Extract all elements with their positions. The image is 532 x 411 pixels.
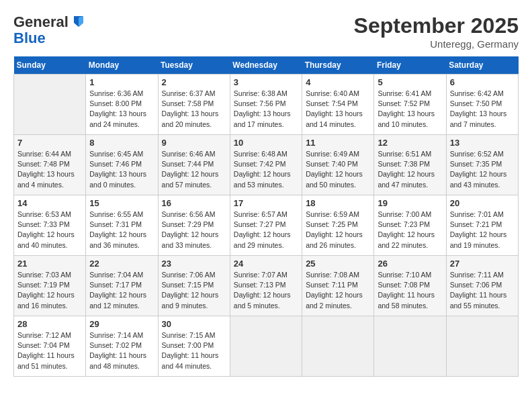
calendar-cell: 10Sunrise: 6:48 AMSunset: 7:42 PMDayligh…: [230, 135, 302, 195]
calendar-cell: [302, 316, 374, 377]
day-info: Sunrise: 6:46 AMSunset: 7:44 PMDaylight:…: [162, 149, 226, 190]
day-info: Sunrise: 6:59 AMSunset: 7:25 PMDaylight:…: [306, 210, 370, 250]
day-info: Sunrise: 7:10 AMSunset: 7:08 PMDaylight:…: [378, 270, 442, 311]
day-number: 28: [17, 319, 82, 329]
day-number: 3: [234, 77, 298, 87]
day-info: Sunrise: 7:07 AMSunset: 7:13 PMDaylight:…: [234, 270, 298, 311]
day-number: 5: [378, 77, 442, 87]
day-number: 26: [378, 259, 442, 269]
weekday-header-monday: Monday: [86, 56, 158, 75]
calendar-cell: 17Sunrise: 6:57 AMSunset: 7:27 PMDayligh…: [230, 195, 302, 256]
calendar-cell: 21Sunrise: 7:03 AMSunset: 7:19 PMDayligh…: [14, 256, 86, 316]
calendar-cell: 3Sunrise: 6:38 AMSunset: 7:56 PMDaylight…: [230, 75, 302, 135]
week-row-2: 7Sunrise: 6:44 AMSunset: 7:48 PMDaylight…: [14, 135, 519, 195]
day-info: Sunrise: 6:55 AMSunset: 7:31 PMDaylight:…: [89, 210, 154, 250]
logo-arrow-icon: [73, 15, 85, 30]
day-info: Sunrise: 6:49 AMSunset: 7:40 PMDaylight:…: [306, 149, 370, 190]
day-number: 24: [234, 259, 298, 269]
calendar-cell: 29Sunrise: 7:14 AMSunset: 7:02 PMDayligh…: [86, 316, 158, 377]
calendar-cell: 28Sunrise: 7:12 AMSunset: 7:04 PMDayligh…: [14, 316, 86, 377]
calendar-cell: 14Sunrise: 6:53 AMSunset: 7:33 PMDayligh…: [14, 195, 86, 256]
calendar-cell: 2Sunrise: 6:37 AMSunset: 7:58 PMDaylight…: [158, 75, 230, 135]
day-number: 7: [17, 138, 82, 148]
day-number: 18: [306, 198, 370, 208]
calendar-cell: 4Sunrise: 6:40 AMSunset: 7:54 PMDaylight…: [302, 75, 374, 135]
svg-marker-1: [79, 16, 83, 27]
logo-general: General: [13, 13, 69, 31]
day-number: 15: [89, 198, 154, 208]
calendar-cell: 9Sunrise: 6:46 AMSunset: 7:44 PMDaylight…: [158, 135, 230, 195]
calendar-cell: [230, 316, 302, 377]
day-number: 19: [378, 198, 442, 208]
week-row-3: 14Sunrise: 6:53 AMSunset: 7:33 PMDayligh…: [14, 195, 519, 256]
day-info: Sunrise: 6:42 AMSunset: 7:50 PMDaylight:…: [450, 89, 515, 130]
month-title: September 2025: [354, 13, 519, 38]
day-info: Sunrise: 6:41 AMSunset: 7:52 PMDaylight:…: [378, 89, 442, 130]
day-number: 17: [234, 198, 298, 208]
calendar-cell: 23Sunrise: 7:06 AMSunset: 7:15 PMDayligh…: [158, 256, 230, 316]
calendar-cell: 16Sunrise: 6:56 AMSunset: 7:29 PMDayligh…: [158, 195, 230, 256]
week-row-1: 1Sunrise: 6:36 AMSunset: 8:00 PMDaylight…: [14, 75, 519, 135]
calendar-cell: 11Sunrise: 6:49 AMSunset: 7:40 PMDayligh…: [302, 135, 374, 195]
day-number: 23: [162, 259, 226, 269]
day-number: 16: [162, 198, 226, 208]
day-info: Sunrise: 7:08 AMSunset: 7:11 PMDaylight:…: [306, 270, 370, 311]
calendar-cell: 19Sunrise: 7:00 AMSunset: 7:23 PMDayligh…: [374, 195, 446, 256]
day-number: 10: [234, 138, 298, 148]
weekday-header-wednesday: Wednesday: [230, 56, 302, 75]
day-number: 12: [378, 138, 442, 148]
week-row-4: 21Sunrise: 7:03 AMSunset: 7:19 PMDayligh…: [14, 256, 519, 316]
day-info: Sunrise: 7:00 AMSunset: 7:23 PMDaylight:…: [378, 210, 442, 250]
day-info: Sunrise: 7:11 AMSunset: 7:06 PMDaylight:…: [450, 270, 515, 311]
calendar-cell: [374, 316, 446, 377]
day-info: Sunrise: 6:44 AMSunset: 7:48 PMDaylight:…: [17, 149, 82, 190]
day-info: Sunrise: 6:38 AMSunset: 7:56 PMDaylight:…: [234, 89, 298, 130]
calendar-cell: 1Sunrise: 6:36 AMSunset: 8:00 PMDaylight…: [86, 75, 158, 135]
day-info: Sunrise: 6:45 AMSunset: 7:46 PMDaylight:…: [89, 149, 154, 190]
day-info: Sunrise: 7:14 AMSunset: 7:02 PMDaylight:…: [89, 330, 154, 371]
day-info: Sunrise: 6:36 AMSunset: 8:00 PMDaylight:…: [89, 89, 154, 130]
weekday-header-row: SundayMondayTuesdayWednesdayThursdayFrid…: [14, 56, 519, 75]
calendar-cell: [446, 316, 518, 377]
calendar-cell: 18Sunrise: 6:59 AMSunset: 7:25 PMDayligh…: [302, 195, 374, 256]
calendar-cell: 26Sunrise: 7:10 AMSunset: 7:08 PMDayligh…: [374, 256, 446, 316]
weekday-header-sunday: Sunday: [14, 56, 86, 75]
day-info: Sunrise: 7:12 AMSunset: 7:04 PMDaylight:…: [17, 330, 82, 371]
day-number: 20: [450, 198, 515, 208]
calendar-cell: [14, 75, 86, 135]
day-info: Sunrise: 6:53 AMSunset: 7:33 PMDaylight:…: [17, 210, 82, 250]
weekday-header-thursday: Thursday: [302, 56, 374, 75]
weekday-header-tuesday: Tuesday: [158, 56, 230, 75]
day-number: 6: [450, 77, 515, 87]
day-number: 13: [450, 138, 515, 148]
calendar-cell: 27Sunrise: 7:11 AMSunset: 7:06 PMDayligh…: [446, 256, 518, 316]
day-number: 25: [306, 259, 370, 269]
day-number: 11: [306, 138, 370, 148]
calendar-cell: 22Sunrise: 7:04 AMSunset: 7:17 PMDayligh…: [86, 256, 158, 316]
day-number: 9: [162, 138, 226, 148]
logo: General Blue: [13, 13, 85, 46]
day-info: Sunrise: 7:06 AMSunset: 7:15 PMDaylight:…: [162, 270, 226, 311]
calendar-cell: 8Sunrise: 6:45 AMSunset: 7:46 PMDaylight…: [86, 135, 158, 195]
title-section: September 2025 Unteregg, Germany: [354, 13, 519, 50]
day-info: Sunrise: 6:56 AMSunset: 7:29 PMDaylight:…: [162, 210, 226, 250]
day-number: 29: [89, 319, 154, 329]
location: Unteregg, Germany: [354, 38, 519, 50]
logo-blue: Blue: [13, 31, 46, 46]
day-number: 27: [450, 259, 515, 269]
calendar-cell: 30Sunrise: 7:15 AMSunset: 7:00 PMDayligh…: [158, 316, 230, 377]
weekday-header-saturday: Saturday: [446, 56, 518, 75]
day-info: Sunrise: 7:03 AMSunset: 7:19 PMDaylight:…: [17, 270, 82, 311]
day-number: 1: [89, 77, 154, 87]
week-row-5: 28Sunrise: 7:12 AMSunset: 7:04 PMDayligh…: [14, 316, 519, 377]
day-info: Sunrise: 6:51 AMSunset: 7:38 PMDaylight:…: [378, 149, 442, 190]
day-info: Sunrise: 6:52 AMSunset: 7:35 PMDaylight:…: [450, 149, 515, 190]
day-number: 30: [162, 319, 226, 329]
day-info: Sunrise: 7:15 AMSunset: 7:00 PMDaylight:…: [162, 330, 226, 371]
calendar-cell: 15Sunrise: 6:55 AMSunset: 7:31 PMDayligh…: [86, 195, 158, 256]
day-info: Sunrise: 6:37 AMSunset: 7:58 PMDaylight:…: [162, 89, 226, 130]
calendar-cell: 20Sunrise: 7:01 AMSunset: 7:21 PMDayligh…: [446, 195, 518, 256]
page-header: General Blue September 2025 Unteregg, Ge…: [13, 13, 519, 50]
calendar-cell: 13Sunrise: 6:52 AMSunset: 7:35 PMDayligh…: [446, 135, 518, 195]
day-number: 8: [89, 138, 154, 148]
